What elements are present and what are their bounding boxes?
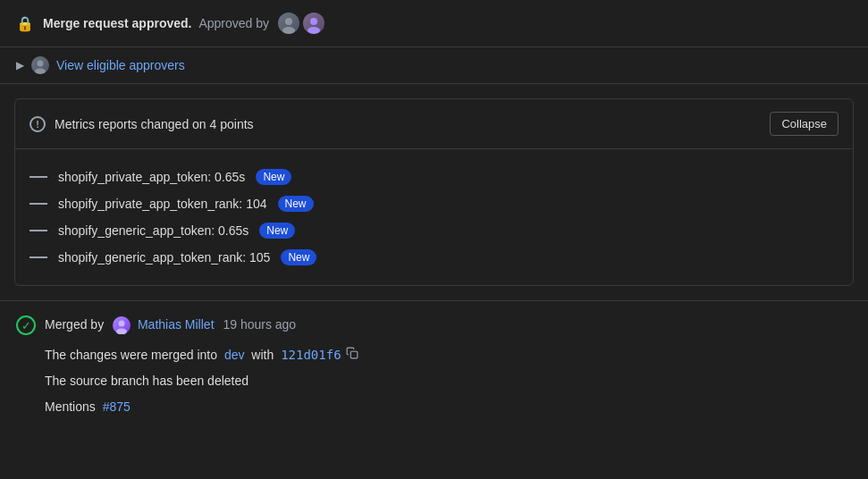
metrics-body: shopify_private_app_token: 0.65s New sho… (15, 149, 853, 285)
metric-badge-3: New (259, 223, 295, 239)
view-approvers-row: ▶ View eligible approvers (0, 47, 868, 84)
approver-avatar-2 (303, 13, 324, 34)
merged-user-link[interactable]: Mathias Millet (138, 317, 215, 332)
metric-dash-4 (29, 256, 47, 258)
merged-into-prefix: The changes were merged into (45, 348, 217, 362)
merged-time: 19 hours ago (223, 317, 296, 332)
svg-rect-8 (351, 351, 358, 358)
merged-user-avatar-img (113, 316, 131, 334)
info-icon: ! (29, 116, 46, 132)
metric-badge-4: New (281, 249, 316, 265)
metric-row-4: shopify_generic_app_token_rank: 105 New (29, 244, 839, 271)
approver-avatars (278, 13, 324, 34)
metric-label-3: shopify_generic_app_token: 0.65s (58, 223, 249, 238)
approver-avatar-1 (278, 13, 299, 34)
merged-section: ✓ Merged by Mathias Millet 19 hours ago … (0, 300, 868, 438)
merged-details: The changes were merged into dev with 12… (16, 346, 852, 416)
metric-dash-3 (29, 230, 47, 231)
svg-point-3 (308, 27, 320, 34)
commit-link[interactable]: 121d01f6 (281, 348, 341, 362)
metric-badge-2: New (278, 196, 314, 212)
approvers-row-avatar (31, 56, 49, 74)
metric-row-3: shopify_generic_app_token: 0.65s New (29, 217, 839, 244)
merged-header: ✓ Merged by Mathias Millet 19 hours ago (16, 315, 852, 335)
metric-dash-2 (29, 203, 47, 205)
merged-detail-1: The changes were merged into dev with 12… (45, 346, 852, 365)
svg-point-1 (282, 27, 295, 34)
check-circle-icon: ✓ (16, 315, 36, 335)
merged-by-text: Merged by Mathias Millet 19 hours ago (45, 316, 296, 334)
merged-user-avatar (113, 317, 134, 332)
collapse-button[interactable]: Collapse (770, 112, 839, 136)
approve-title: Merge request approved. Approved by (43, 16, 269, 30)
svg-point-5 (35, 69, 46, 75)
svg-point-7 (116, 329, 127, 335)
metric-label-4: shopify_generic_app_token_rank: 105 (58, 250, 270, 265)
metric-badge-1: New (256, 169, 291, 185)
svg-point-6 (119, 321, 125, 327)
lock-icon: 🔒 (16, 15, 34, 32)
svg-point-0 (285, 18, 292, 25)
merged-by-prefix: Merged by (45, 317, 104, 332)
merged-detail-3: Mentions #875 (45, 398, 852, 416)
svg-point-4 (38, 61, 44, 67)
metrics-header-text: Metrics reports changed on 4 points (55, 117, 254, 131)
metric-row-1: shopify_private_app_token: 0.65s New (29, 164, 839, 190)
merged-with-text: with (251, 348, 274, 362)
merged-detail-2: The source branch has been deleted (45, 372, 852, 391)
metric-label-1: shopify_private_app_token: 0.65s (58, 170, 245, 184)
approved-by-text: Approved by (198, 16, 269, 30)
metric-dash-1 (29, 176, 47, 178)
mentions-prefix: Mentions (45, 399, 96, 414)
branch-link[interactable]: dev (224, 348, 245, 362)
metrics-section: ! Metrics reports changed on 4 points Co… (14, 98, 854, 286)
metrics-header: ! Metrics reports changed on 4 points Co… (15, 99, 853, 149)
mentions-link[interactable]: #875 (103, 399, 131, 414)
metric-label-2: shopify_private_app_token_rank: 104 (58, 197, 267, 211)
svg-point-2 (310, 18, 317, 25)
view-approvers-link[interactable]: View eligible approvers (56, 58, 185, 72)
metrics-header-left: ! Metrics reports changed on 4 points (29, 116, 254, 132)
approve-section: 🔒 Merge request approved. Approved by (0, 0, 868, 47)
metric-row-2: shopify_private_app_token_rank: 104 New (29, 190, 839, 217)
copy-icon[interactable] (346, 347, 358, 359)
approve-title-bold: Merge request approved. (43, 16, 192, 30)
chevron-right-icon: ▶ (16, 59, 24, 71)
